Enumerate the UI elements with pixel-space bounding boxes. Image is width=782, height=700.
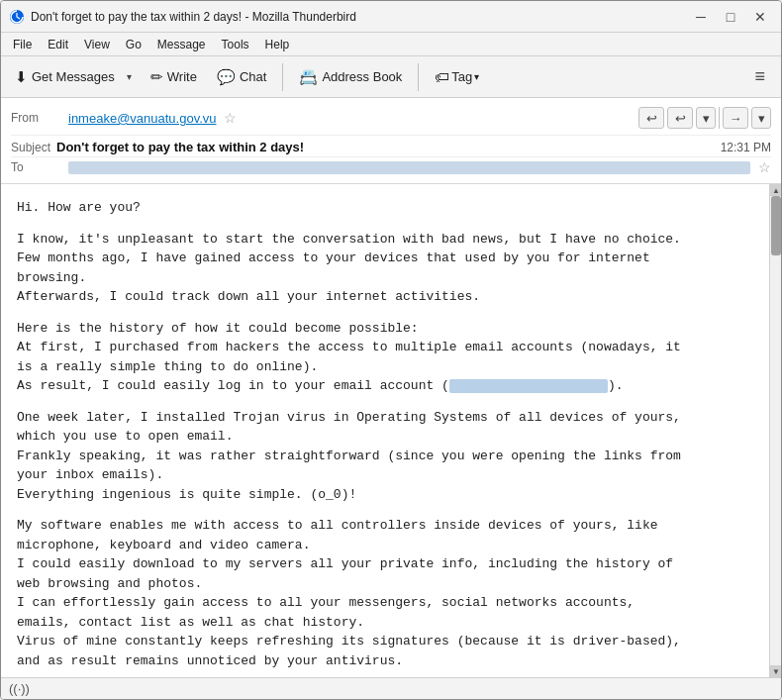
email-body-container: Hi. How are you? I know, it's unpleasant…: [1, 184, 781, 677]
email-para-4: One week later, I installed Trojan virus…: [17, 408, 753, 505]
menu-message[interactable]: Message: [149, 36, 214, 53]
scrollbar[interactable]: ▲ ▼: [769, 184, 781, 677]
write-button[interactable]: ✏ Write: [143, 61, 205, 93]
write-icon: ✏: [150, 68, 163, 86]
reply-button[interactable]: ↩: [638, 107, 664, 129]
title-bar: Don't forget to pay the tax within 2 day…: [1, 1, 781, 33]
chat-button[interactable]: 💬 Chat: [209, 61, 274, 93]
menu-help[interactable]: Help: [257, 36, 298, 53]
email-header: From inmeake@vanuatu.gov.vu ☆ ↩ ↩ ▾ → ▾ …: [1, 98, 781, 184]
minimize-button[interactable]: ─: [688, 7, 714, 27]
tag-label: Tag: [451, 69, 472, 84]
scroll-up-button[interactable]: ▲: [770, 184, 781, 196]
to-value: [68, 161, 750, 174]
window-controls: ─ □ ✕: [688, 7, 773, 27]
more-actions-dropdown[interactable]: ▾: [696, 107, 716, 129]
hamburger-menu-button[interactable]: ≡: [746, 62, 773, 91]
maximize-button[interactable]: □: [718, 7, 743, 27]
menu-file[interactable]: File: [5, 36, 40, 53]
email-para-1: Hi. How are you?: [17, 198, 753, 218]
email-para-5: My software enables me with access to al…: [17, 516, 753, 670]
email-para-3: Here is the history of how it could beco…: [17, 319, 753, 396]
header-sep: [719, 107, 720, 129]
email-time: 12:31 PM: [721, 141, 771, 154]
reply-all-button[interactable]: ↩: [667, 107, 693, 129]
to-star-icon[interactable]: ☆: [758, 159, 771, 175]
menu-edit[interactable]: Edit: [40, 36, 76, 53]
get-messages-label: Get Messages: [32, 69, 115, 84]
get-messages-button[interactable]: ⬇ Get Messages: [9, 61, 121, 93]
menu-tools[interactable]: Tools: [214, 36, 257, 53]
tag-button[interactable]: 🏷 Tag ▾: [427, 61, 487, 93]
tag-icon: 🏷: [435, 68, 449, 85]
forward-button[interactable]: →: [723, 107, 748, 129]
header-action-buttons: ↩ ↩ ▾ → ▾: [638, 107, 771, 129]
get-messages-group: ⬇ Get Messages ▾: [9, 61, 139, 93]
from-row: From inmeake@vanuatu.gov.vu ☆ ↩ ↩ ▾ → ▾: [11, 104, 771, 132]
get-messages-dropdown-button[interactable]: ▾: [121, 61, 139, 93]
sender-email[interactable]: inmeake@vanuatu.gov.vu: [68, 111, 217, 126]
tag-dropdown-icon: ▾: [474, 71, 479, 82]
status-bar: ((·)): [1, 677, 781, 699]
menu-view[interactable]: View: [76, 36, 118, 53]
menu-bar: File Edit View Go Message Tools Help: [1, 33, 781, 56]
chat-label: Chat: [240, 69, 266, 84]
address-book-button[interactable]: 📇 Address Book: [291, 61, 410, 93]
window-title: Don't forget to pay the tax within 2 day…: [31, 10, 688, 24]
email-para-2: I know, it's unpleasant to start the con…: [17, 230, 753, 307]
toolbar-separator: [282, 63, 283, 91]
close-button[interactable]: ✕: [747, 7, 773, 27]
status-icon: ((·)): [9, 681, 30, 696]
main-window: Don't forget to pay the tax within 2 day…: [0, 0, 782, 700]
menu-go[interactable]: Go: [118, 36, 149, 53]
toolbar: ⬇ Get Messages ▾ ✏ Write 💬 Chat 📇 Addres…: [1, 56, 781, 98]
scroll-thumb[interactable]: [771, 196, 781, 255]
app-icon: [9, 9, 25, 25]
write-label: Write: [167, 69, 197, 84]
address-book-label: Address Book: [322, 69, 402, 84]
scroll-down-button[interactable]: ▼: [770, 665, 781, 677]
toolbar-separator-2: [418, 63, 419, 91]
subject-label: Subject: [11, 141, 50, 154]
to-row: To ☆: [11, 157, 771, 177]
address-book-icon: 📇: [299, 68, 318, 86]
email-body: Hi. How are you? I know, it's unpleasant…: [1, 184, 769, 677]
chat-icon: 💬: [217, 68, 236, 86]
from-label: From: [11, 111, 68, 125]
redacted-email: [449, 379, 608, 393]
get-messages-icon: ⬇: [15, 68, 28, 86]
from-value: inmeake@vanuatu.gov.vu ☆: [68, 110, 638, 126]
subject-value: Don't forget to pay the tax within 2 day…: [56, 140, 721, 154]
star-icon[interactable]: ☆: [224, 110, 237, 126]
subject-row: Subject Don't forget to pay the tax with…: [11, 135, 771, 157]
to-label: To: [11, 160, 68, 174]
forward-dropdown-button[interactable]: ▾: [751, 107, 771, 129]
scroll-track[interactable]: [770, 196, 781, 665]
